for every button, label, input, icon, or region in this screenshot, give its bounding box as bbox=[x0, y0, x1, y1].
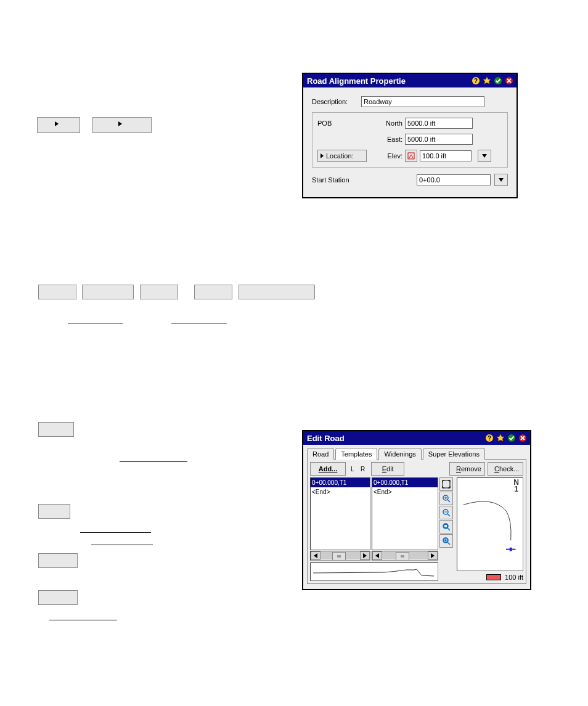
toolbar-btn-1[interactable] bbox=[38, 285, 76, 299]
svg-marker-17 bbox=[363, 553, 367, 558]
svg-marker-22 bbox=[431, 553, 435, 558]
toolbar-btn-5[interactable] bbox=[239, 285, 315, 299]
help-icon[interactable]: ? bbox=[484, 433, 494, 443]
mid-link[interactable] bbox=[120, 453, 187, 462]
svg-marker-10 bbox=[497, 434, 504, 441]
toolbar-btn-4[interactable] bbox=[194, 285, 232, 299]
tab-road[interactable]: Road bbox=[307, 448, 334, 460]
left-template-list[interactable]: 0+00.000,T1 <End> bbox=[310, 477, 370, 550]
list-item[interactable]: 0+00.000,T1 bbox=[372, 478, 438, 487]
start-station-input[interactable] bbox=[417, 174, 491, 185]
svg-text:?: ? bbox=[488, 435, 491, 442]
help-icon[interactable]: ? bbox=[471, 76, 481, 86]
ok-icon[interactable] bbox=[493, 76, 503, 86]
svg-line-29 bbox=[447, 514, 450, 516]
description-input[interactable] bbox=[361, 96, 484, 107]
pob-label: POB bbox=[317, 120, 378, 127]
scale-legend: 100 ift bbox=[454, 574, 523, 581]
scale-label: 100 ift bbox=[505, 574, 523, 581]
scroll-right-icon[interactable] bbox=[360, 551, 370, 560]
scroll-grip[interactable] bbox=[396, 552, 409, 561]
east-label: East: bbox=[378, 136, 402, 143]
edit-button[interactable]: Edit bbox=[371, 462, 404, 476]
right-template-list[interactable]: 0+00.000,T1 <End> bbox=[372, 477, 438, 550]
description-label: Description: bbox=[312, 98, 361, 105]
lr-label: L R bbox=[351, 466, 367, 473]
road-alignment-dialog: Road Alignment Propertie ? Description: … bbox=[302, 73, 518, 198]
star-icon[interactable] bbox=[482, 76, 492, 86]
zoom-out-icon[interactable] bbox=[439, 506, 453, 519]
bottom-link-1b[interactable] bbox=[91, 536, 153, 545]
check-button[interactable]: Check... bbox=[488, 462, 523, 476]
pob-fieldset: POB North East: Location: Elev: bbox=[312, 112, 508, 168]
tab-bar: Road Templates Widenings Super Elevation… bbox=[303, 445, 530, 459]
list-item[interactable]: <End> bbox=[311, 487, 370, 497]
ok-icon[interactable] bbox=[507, 433, 517, 443]
zoom-window-icon[interactable] bbox=[439, 520, 453, 534]
mid-button[interactable] bbox=[38, 422, 74, 437]
left-list-hscroll[interactable] bbox=[310, 551, 370, 561]
link-1[interactable] bbox=[68, 314, 123, 323]
scroll-left-icon[interactable] bbox=[372, 551, 382, 560]
start-station-dropdown-button[interactable] bbox=[494, 174, 508, 186]
svg-rect-33 bbox=[444, 525, 447, 528]
zoom-extents-icon[interactable] bbox=[439, 477, 453, 491]
scroll-right-icon[interactable] bbox=[428, 551, 438, 560]
elev-dropdown-button[interactable] bbox=[478, 150, 491, 162]
svg-marker-7 bbox=[499, 178, 504, 182]
right-list-hscroll[interactable] bbox=[372, 551, 438, 561]
star-icon[interactable] bbox=[496, 433, 505, 443]
svg-text:?: ? bbox=[474, 78, 478, 84]
bottom-link-1[interactable] bbox=[80, 524, 151, 533]
profile-strip bbox=[310, 562, 438, 581]
tab-body: Add... L R Edit Remove Check... 0+00.000… bbox=[307, 459, 526, 584]
bottom-btn-1[interactable] bbox=[38, 504, 70, 519]
dialog-title: Road Alignment Propertie bbox=[307, 76, 471, 86]
svg-marker-13 bbox=[314, 553, 317, 558]
scroll-left-icon[interactable] bbox=[311, 551, 321, 560]
dialog-title: Edit Road bbox=[307, 434, 484, 443]
dialog-titlebar: Road Alignment Propertie ? bbox=[303, 74, 517, 87]
bottom-btn-3[interactable] bbox=[38, 590, 78, 605]
close-icon[interactable] bbox=[504, 76, 514, 86]
elev-label: Elev: bbox=[378, 152, 402, 160]
link-2[interactable] bbox=[171, 314, 227, 323]
zoom-in-icon[interactable] bbox=[439, 492, 453, 505]
svg-line-32 bbox=[447, 528, 450, 530]
close-icon[interactable] bbox=[518, 433, 528, 443]
location-button-label: Location: bbox=[326, 152, 354, 160]
bottom-btn-2[interactable] bbox=[38, 553, 78, 568]
add-button[interactable]: Add... bbox=[310, 462, 346, 476]
location-button[interactable]: Location: bbox=[317, 150, 367, 162]
tab-widenings[interactable]: Widenings bbox=[378, 448, 421, 460]
bottom-link-3[interactable] bbox=[49, 611, 117, 620]
svg-rect-23 bbox=[443, 481, 450, 488]
play-icon bbox=[321, 153, 324, 158]
play-icon bbox=[55, 121, 59, 126]
remove-button[interactable]: Remove bbox=[449, 462, 485, 476]
svg-rect-37 bbox=[445, 540, 447, 542]
svg-rect-5 bbox=[408, 153, 414, 159]
svg-marker-18 bbox=[375, 553, 379, 558]
elev-input[interactable] bbox=[420, 150, 472, 161]
play-icon bbox=[118, 121, 122, 126]
list-item[interactable]: <End> bbox=[372, 487, 438, 497]
svg-line-25 bbox=[447, 500, 450, 502]
north-input[interactable] bbox=[405, 118, 473, 129]
zoom-object-icon[interactable] bbox=[439, 534, 453, 548]
edit-road-dialog: Edit Road ? Road Templates Widenings Sup… bbox=[302, 430, 531, 590]
scroll-grip[interactable] bbox=[332, 552, 346, 561]
toolbar-btn-3[interactable] bbox=[140, 285, 178, 299]
svg-rect-39 bbox=[510, 548, 512, 551]
list-item[interactable]: 0+00.000,T1 bbox=[311, 478, 370, 487]
tab-templates[interactable]: Templates bbox=[335, 448, 377, 460]
dialog-titlebar: Edit Road ? bbox=[303, 431, 530, 445]
tab-super-elevations[interactable]: Super Elevations bbox=[423, 448, 485, 460]
east-input[interactable] bbox=[405, 134, 473, 145]
scale-swatch bbox=[486, 574, 501, 580]
placeholder-button-2[interactable] bbox=[92, 117, 152, 133]
toolbar-btn-2[interactable] bbox=[82, 285, 134, 299]
placeholder-button-1[interactable] bbox=[37, 117, 80, 133]
elev-icon-button[interactable] bbox=[405, 150, 417, 162]
plan-view[interactable]: N 1 bbox=[457, 477, 523, 571]
